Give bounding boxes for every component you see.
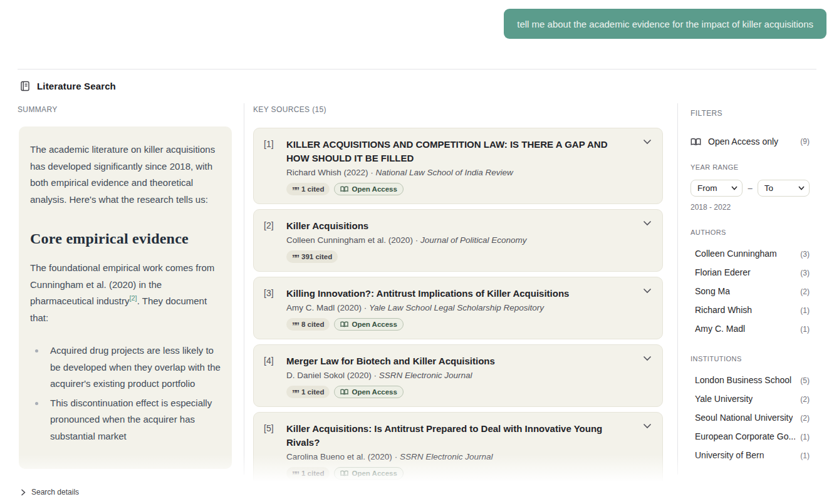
source-index: [4]: [264, 354, 280, 398]
summary-paragraph: The foundational empirical work comes fr…: [30, 260, 221, 326]
open-access-label: Open Access: [352, 185, 397, 193]
tool-header: Literature Search: [20, 81, 116, 91]
open-access-count: (9): [800, 137, 810, 146]
tool-title: Literature Search: [37, 81, 116, 91]
source-journal: SSRN Electronic Journal: [400, 452, 493, 461]
chevron-down-icon[interactable]: [643, 423, 652, 429]
year-to-select[interactable]: To: [758, 180, 810, 197]
authors-list: Colleen Cunningham(3) Florian Ederer(3) …: [691, 244, 810, 338]
source-index: [1]: [264, 138, 280, 195]
summary-bullet-list: Acquired drug projects are less likely t…: [30, 342, 221, 445]
source-journal: National Law School of India Review: [376, 168, 513, 177]
institutions-label: INSTITUTIONS: [691, 355, 810, 363]
search-details-label: Search details: [31, 488, 79, 496]
summary-panel: The academic literature on killer acquis…: [19, 126, 232, 469]
source-index: [5]: [264, 422, 280, 480]
source-authors: D. Daniel Sokol (2020): [286, 371, 372, 380]
cited-count: 1 cited: [301, 388, 324, 396]
source-body: KILLER ACQUISITIONS AND COMPETITION LAW:…: [286, 138, 632, 195]
source-card-list: [1] KILLER ACQUISITIONS AND COMPETITION …: [253, 128, 663, 481]
source-authors: Amy C. Madl (2020): [286, 303, 362, 312]
source-badges: ””8 cited Open Access: [286, 318, 569, 331]
filters-column: FILTERS Open Access only (9) YEAR RANGE …: [691, 105, 810, 485]
topics-label: TOPICS: [691, 481, 810, 485]
source-card-5[interactable]: [5] Killer Acquisitions: Is Antitrust Pr…: [253, 412, 663, 481]
source-title: Killer Acquisitions: Is Antitrust Prepar…: [286, 422, 632, 450]
quote-icon: ””: [292, 255, 298, 261]
cited-count: 8 cited: [301, 321, 324, 328]
sources-filters-divider: [677, 103, 678, 475]
quote-icon: ””: [292, 390, 298, 396]
year-to-wrap: To: [758, 180, 810, 197]
summary-heading: Core empirical evidence: [30, 230, 221, 247]
user-message-bubble: tell me about the academic evidence for …: [504, 9, 826, 39]
year-range-hint: 2018 - 2022: [691, 203, 810, 212]
source-title: Killing Innovation?: Antitrust Implicati…: [286, 287, 569, 301]
open-access-label: Open Access: [352, 470, 397, 477]
source-meta: Amy C. Madl (2020) · Yale Law School Leg…: [286, 303, 569, 312]
chevron-down-icon[interactable]: [643, 139, 652, 145]
source-card-4[interactable]: [4] Merger Law for Biotech and Killer Ac…: [253, 344, 663, 407]
meta-separator: ·: [364, 303, 367, 312]
source-body: Killer Acquisitions: Is Antitrust Prepar…: [286, 422, 632, 480]
open-access-label: Open Access: [352, 388, 397, 396]
authors-label: AUTHORS: [691, 229, 810, 236]
open-access-badge: Open Access: [334, 467, 403, 480]
source-badges: ””1 cited Open Access: [286, 183, 632, 195]
source-authors: Carolina Bueno et al. (2020): [286, 452, 392, 461]
chevron-down-icon[interactable]: [643, 356, 652, 361]
source-meta: Carolina Bueno et al. (2020) · SSRN Elec…: [286, 452, 632, 461]
source-title: Merger Law for Biotech and Killer Acquis…: [286, 354, 495, 368]
cited-count: 1 cited: [301, 470, 324, 477]
open-book-icon: [340, 186, 348, 192]
open-access-badge: Open Access: [334, 183, 403, 195]
open-access-only-filter[interactable]: Open Access only (9): [691, 136, 810, 147]
quote-icon: ””: [292, 322, 298, 329]
meta-separator: ·: [395, 452, 398, 461]
institution-filter-item[interactable]: Seoul National University(2): [691, 408, 810, 427]
source-journal: SSRN Electronic Journal: [379, 371, 472, 380]
cited-badge: ””1 cited: [286, 183, 330, 195]
summary-sources-divider: [244, 103, 244, 475]
chevron-down-icon[interactable]: [643, 220, 652, 226]
key-sources-column: KEY SOURCES (15) [1] KILLER ACQUISITIONS…: [253, 105, 663, 481]
source-card-1[interactable]: [1] KILLER ACQUISITIONS AND COMPETITION …: [253, 128, 663, 204]
chevron-down-icon[interactable]: [643, 288, 652, 294]
author-filter-item[interactable]: Florian Ederer(3): [691, 263, 810, 282]
cited-count: 1 cited: [301, 185, 324, 193]
key-sources-label: KEY SOURCES (15): [253, 105, 663, 114]
institutions-list: London Business School(5) Yale Universit…: [691, 371, 810, 465]
header-divider: [18, 69, 816, 69]
open-book-icon: [340, 321, 348, 327]
source-body: Killing Innovation?: Antitrust Implicati…: [286, 287, 569, 331]
author-filter-item[interactable]: Richard Whish(1): [691, 301, 810, 319]
summary-bullet: Acquired drug projects are less likely t…: [30, 342, 221, 393]
author-filter-item[interactable]: Amy C. Madl(1): [691, 319, 810, 338]
year-range-separator: –: [748, 183, 752, 193]
author-filter-item[interactable]: Colleen Cunningham(3): [691, 244, 810, 263]
citation-link-2[interactable]: [2]: [129, 294, 137, 302]
open-access-badge: Open Access: [334, 386, 403, 398]
meta-separator: ·: [415, 235, 419, 245]
open-book-icon: [340, 389, 348, 395]
cited-badge: ””1 cited: [286, 467, 330, 480]
year-range-controls: From – To: [691, 180, 810, 197]
year-range-label: YEAR RANGE: [691, 163, 810, 171]
source-card-2[interactable]: [2] Killer Acquisitions Colleen Cunningh…: [253, 209, 663, 272]
open-access-label: Open Access: [352, 321, 397, 328]
year-from-select[interactable]: From: [691, 180, 743, 197]
search-details-toggle[interactable]: Search details: [21, 488, 79, 496]
source-meta: Colleen Cunningham et al. (2020) · Journ…: [286, 235, 527, 245]
source-authors: Richard Whish (2022): [286, 168, 368, 177]
source-meta: D. Daniel Sokol (2020) · SSRN Electronic…: [286, 371, 495, 380]
meta-separator: ·: [374, 371, 377, 380]
institution-filter-item[interactable]: University of Bern(1): [691, 446, 810, 465]
user-message-text: tell me about the academic evidence for …: [517, 19, 813, 29]
institution-filter-item[interactable]: European Corporate Go...(1): [691, 427, 810, 446]
chevron-right-icon: [21, 489, 26, 496]
institution-filter-item[interactable]: London Business School(5): [691, 371, 810, 389]
author-filter-item[interactable]: Song Ma(2): [691, 282, 810, 301]
source-card-3[interactable]: [3] Killing Innovation?: Antitrust Impli…: [253, 277, 663, 339]
institution-filter-item[interactable]: Yale University(2): [691, 389, 810, 408]
cited-badge: ””8 cited: [286, 318, 330, 331]
